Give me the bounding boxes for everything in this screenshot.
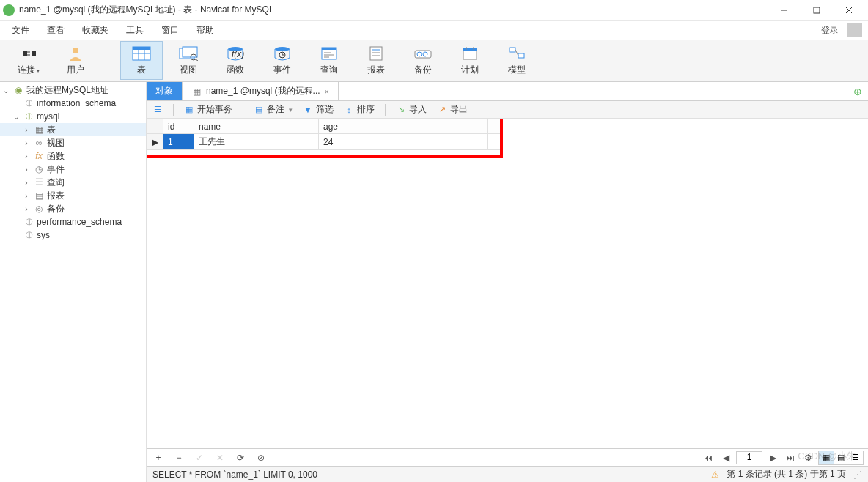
expand-icon[interactable]: ⌄ [1,86,10,94]
tree-db-sys[interactable]: ⦷sys [0,229,146,242]
tool-user-label: 用户 [67,64,84,76]
expand-icon[interactable]: › [22,126,31,134]
tree-reports[interactable]: ›▤报表 [0,189,146,202]
resize-grip-icon[interactable]: ⋰ [853,470,862,480]
cell-age[interactable]: 24 [319,134,488,150]
menu-help[interactable]: 帮助 [188,21,223,40]
expand-icon[interactable]: › [22,152,31,160]
col-name[interactable]: name [194,119,319,134]
tree-db-information-schema[interactable]: ⦷information_schema [0,97,146,110]
tool-user[interactable]: 用户 [54,41,97,80]
menu-view[interactable]: 查看 [38,21,73,40]
tool-table[interactable]: 表 [120,41,163,80]
tool-begin-transaction[interactable]: ▦开始事务 [184,103,232,116]
tool-filter[interactable]: ▼筛选 [303,103,334,116]
tool-schedule[interactable]: 计划 [449,41,491,80]
row-selector-header [147,119,163,134]
svg-point-8 [73,48,78,53]
data-grid[interactable]: id name age ▶ 1 王先生 24 [147,119,502,150]
tree-events[interactable]: ›◷事件 [0,163,146,176]
add-row-button[interactable]: + [151,451,166,464]
expand-icon[interactable]: › [22,179,31,187]
page-number[interactable]: 1 [736,451,762,464]
tool-connect[interactable]: 连接▾ [7,41,50,80]
tool-sort[interactable]: ↕排序 [344,103,375,116]
tree-views-label: 视图 [47,137,65,149]
grid-view-button[interactable]: ▦ [819,451,834,464]
tab-objects[interactable]: 对象 [147,82,183,100]
tab-objects-label: 对象 [155,85,173,97]
menu-tools[interactable]: 工具 [117,21,152,40]
cancel-button[interactable]: ✕ [213,451,227,464]
cell-id[interactable]: 1 [163,134,194,150]
text-view-button[interactable]: ☰ [848,451,863,464]
content-area: 对象 ▦ name_1 @mysql (我的远程... × ⊕ ☰ ▦开始事务 … [147,82,868,482]
col-id[interactable]: id [163,119,194,134]
last-page-button[interactable]: ⏭ [783,451,798,464]
col-age[interactable]: age [319,119,488,134]
expand-icon[interactable]: › [22,166,31,174]
expand-icon[interactable]: ⌄ [12,113,21,121]
menu-file[interactable]: 文件 [3,21,38,40]
tool-import[interactable]: ↘导入 [396,103,427,116]
tree-tables[interactable]: ›▦表 [0,123,146,136]
minimize-button[interactable] [768,0,801,21]
tree-backups[interactable]: ›◎备份 [0,202,146,215]
user-icon [65,45,86,62]
expand-icon[interactable]: › [22,205,31,213]
tree-db-label: performance_schema [37,217,122,227]
close-button[interactable] [833,0,865,21]
tool-event-label: 事件 [273,64,291,76]
stop-button[interactable]: ⊘ [254,451,268,464]
tree-connection-label: 我的远程MySQL地址 [26,84,108,97]
tool-model[interactable]: 模型 [496,41,538,80]
tree-db-performance-schema[interactable]: ⦷performance_schema [0,215,146,229]
apply-button[interactable]: ✓ [192,451,207,464]
close-tab-icon[interactable]: × [325,87,329,96]
tree-views[interactable]: ›∞视图 [0,136,146,149]
tool-backup[interactable]: 备份 [402,41,444,80]
expand-icon[interactable]: › [22,192,31,200]
tree-db-mysql[interactable]: ⌄⦷mysql [0,110,146,123]
refresh-button[interactable]: ⟳ [233,451,248,464]
avatar-icon[interactable] [847,23,862,37]
first-page-button[interactable]: ⏮ [701,451,716,464]
menu-favorites[interactable]: 收藏夹 [73,21,117,40]
tool-memo[interactable]: ▤备注▾ [254,103,293,116]
page-settings-button[interactable]: ⚙ [801,451,815,464]
tool-function[interactable]: f(x) 函数 [214,41,257,80]
tree-db-label: sys [37,230,50,240]
view-icon [178,45,199,62]
tool-export[interactable]: ↗导出 [437,103,468,116]
tree-connection[interactable]: ⌄◉我的远程MySQL地址 [0,84,146,97]
add-tab-icon[interactable]: ⊕ [853,86,862,97]
expand-icon[interactable]: › [22,139,31,147]
delete-row-button[interactable]: − [172,451,186,464]
plug-icon [18,45,39,62]
tool-menu[interactable]: ☰ [152,105,163,115]
query-icon [319,45,339,62]
login-link[interactable]: 登录 [815,21,845,40]
reports-icon: ▤ [34,190,44,201]
tool-function-label: 函数 [227,64,244,76]
tool-report-label: 报表 [367,64,385,76]
main-layout: ⌄◉我的远程MySQL地址 ⦷information_schema ⌄⦷mysq… [0,82,868,482]
prev-page-button[interactable]: ◀ [718,451,733,464]
warning-icon[interactable]: ⚠ [711,470,719,480]
form-view-button[interactable]: ▤ [834,451,848,464]
next-page-button[interactable]: ▶ [765,451,780,464]
tool-query[interactable]: 查询 [308,41,350,80]
views-icon: ∞ [34,138,44,148]
tool-report[interactable]: 报表 [355,41,397,80]
tree-functions[interactable]: ›fx函数 [0,149,146,163]
table-row[interactable]: ▶ 1 王先生 24 [147,134,502,150]
tab-name1[interactable]: ▦ name_1 @mysql (我的远程... × [183,82,339,100]
tool-view[interactable]: 视图 [167,41,210,80]
memo-label: 备注 [267,103,284,116]
cell-name[interactable]: 王先生 [194,134,319,150]
table-toolbar: ☰ ▦开始事务 ▤备注▾ ▼筛选 ↕排序 ↘导入 ↗导出 [147,101,868,119]
maximize-button[interactable] [801,0,833,21]
tree-queries[interactable]: ›☰查询 [0,176,146,189]
tool-event[interactable]: 事件 [261,41,304,80]
menu-window[interactable]: 窗口 [152,21,188,40]
